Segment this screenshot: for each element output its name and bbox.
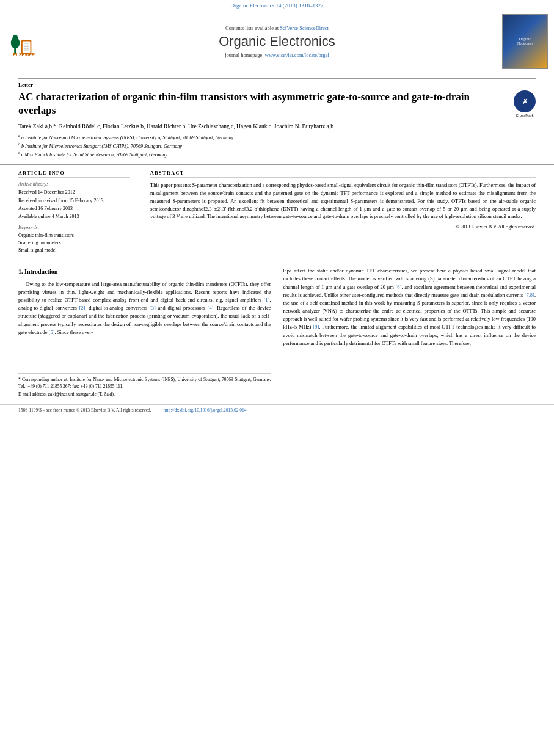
footnote-email-text: E-mail address: zaki@ines.uni-stuttgart.… xyxy=(18,391,115,397)
affiliation-c-text: c Max Planck Institute for Solid State R… xyxy=(21,151,167,157)
footnote-corresponding-author: * Corresponding author at: Institute for… xyxy=(18,376,271,390)
history-label: Article history: xyxy=(18,181,130,187)
keyword-1: Organic thin-film transistors xyxy=(18,232,130,239)
journal-cover-image: OrganicElectronics xyxy=(502,14,548,69)
homepage-label: journal homepage: xyxy=(225,52,264,58)
contents-line: Contents lists available at SciVerse Sci… xyxy=(67,25,487,31)
received-date: Received 14 December 2012 xyxy=(18,189,130,195)
svg-rect-4 xyxy=(23,42,31,53)
svg-text:ELSEVIER: ELSEVIER xyxy=(13,52,35,57)
affiliations-list: a a Institute for Nano- and Microelectro… xyxy=(18,133,536,158)
abstract-header: ABSTRACT xyxy=(150,170,536,178)
article-title: AC characterization of organic thin-film… xyxy=(18,90,536,117)
crossmark-badge: ✗ CrossMark xyxy=(514,90,536,112)
crossmark-icon: ✗ xyxy=(514,90,536,112)
article-title-area: ✗ CrossMark AC characterization of organ… xyxy=(18,90,536,117)
article-header: Letter ✗ CrossMark AC characterization o… xyxy=(0,73,554,165)
article-authors: Tarek Zaki a,b,*, Reinhold Rödel c, Flor… xyxy=(18,122,536,131)
article-type-label: Letter xyxy=(18,78,536,88)
intro-section-title: 1. Introduction xyxy=(18,267,271,277)
affiliation-c: c c Max Planck Institute for Solid State… xyxy=(18,150,536,159)
article-info-abstract-section: ARTICLE INFO Article history: Received 1… xyxy=(0,165,554,254)
journal-cover-area: OrganicElectronics xyxy=(493,14,548,69)
journal-homepage: journal homepage: www.elsevier.com/locat… xyxy=(67,52,487,58)
section-title-text: Introduction xyxy=(24,268,57,275)
body-left-column: 1. Introduction Owing to the low-tempera… xyxy=(18,267,271,399)
article-info-header: ARTICLE INFO xyxy=(18,170,130,178)
elsevier-logo-area: ELSEVIER xyxy=(6,26,61,57)
homepage-url[interactable]: www.elsevier.com/locate/orgel xyxy=(265,52,329,58)
keyword-2: Scattering parameters xyxy=(18,239,130,247)
section-divider xyxy=(0,258,554,258)
available-online-date: Available online 4 March 2013 xyxy=(18,213,130,220)
journal-ref-text: Organic Electronics 14 (2013) 1318–1322 xyxy=(231,2,324,9)
affiliation-b: b b Institute for Microelectronics Stutt… xyxy=(18,142,536,150)
accepted-date: Accepted 16 February 2013 xyxy=(18,205,130,212)
intro-paragraph-2: laps affect the static and/or dynamic TF… xyxy=(283,267,536,347)
journal-title: Organic Electronics xyxy=(67,34,487,49)
affiliation-a-text: a Institute for Nano- and Microelectroni… xyxy=(21,135,233,140)
footnotes-area: * Corresponding author at: Institute for… xyxy=(18,373,271,398)
journal-reference: Organic Electronics 14 (2013) 1318–1322 xyxy=(0,0,554,10)
footnote-corresponding-text: * Corresponding author at: Institute for… xyxy=(18,377,271,389)
elsevier-logo-icon: ELSEVIER xyxy=(9,26,58,57)
affiliation-a: a a Institute for Nano- and Microelectro… xyxy=(18,133,536,142)
article-info-column: ARTICLE INFO Article history: Received 1… xyxy=(18,170,140,254)
copyright-notice: © 2013 Elsevier B.V. All rights reserved… xyxy=(150,224,536,230)
footer-issn: 1566-1199/$ – see front matter © 2013 El… xyxy=(18,407,151,413)
footnote-email: E-mail address: zaki@ines.uni-stuttgart.… xyxy=(18,391,271,398)
cover-title-text: OrganicElectronics xyxy=(517,37,533,46)
affiliation-b-text: b Institute for Microelectronics Stuttga… xyxy=(21,144,182,149)
footer-bar: 1566-1199/$ – see front matter © 2013 El… xyxy=(0,404,554,415)
intro-paragraph-1: Owing to the low-temperature and large-a… xyxy=(18,280,271,336)
journal-header-center: Contents lists available at SciVerse Sci… xyxy=(67,25,487,58)
received-revised-date: Received in revised form 15 February 201… xyxy=(18,197,130,204)
section-number: 1. xyxy=(18,268,23,275)
journal-header: ELSEVIER Contents lists available at Sci… xyxy=(0,10,554,73)
keywords-label: Keywords: xyxy=(18,225,130,230)
svg-point-2 xyxy=(12,35,18,43)
abstract-body-text: This paper presents S-parameter characte… xyxy=(150,181,536,220)
sciverse-link[interactable]: SciVerse ScienceDirect xyxy=(280,25,329,31)
footer-doi[interactable]: http://dx.doi.org/10.1016/j.orgel.2013.0… xyxy=(164,407,247,413)
body-right-column: laps affect the static and/or dynamic TF… xyxy=(283,267,536,399)
contents-text: Contents lists available at xyxy=(225,25,279,31)
abstract-column: ABSTRACT This paper presents S-parameter… xyxy=(140,170,536,254)
body-content: 1. Introduction Owing to the low-tempera… xyxy=(0,262,554,404)
keyword-3: Small-signal model xyxy=(18,247,130,254)
